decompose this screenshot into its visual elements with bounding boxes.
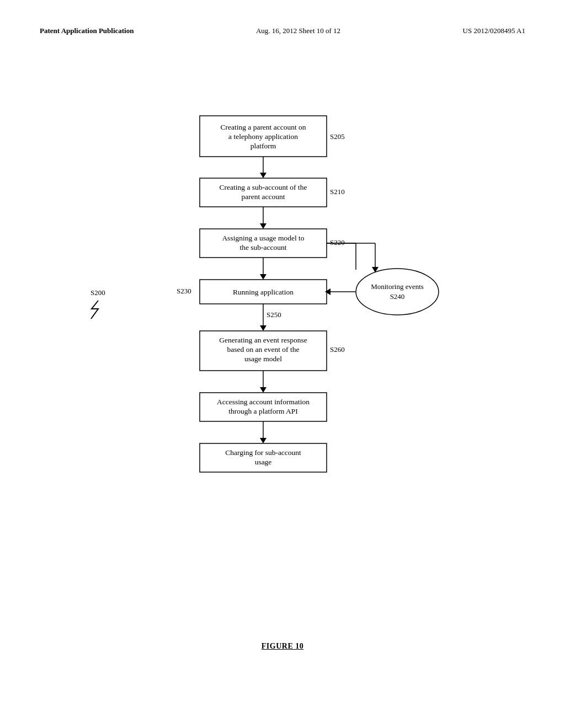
flowchart-svg: Creating a parent account on a telephony… [0,99,565,678]
svg-text:usage model: usage model [244,355,282,363]
svg-text:S250: S250 [266,311,281,319]
svg-text:Running application: Running application [233,288,294,296]
svg-text:S260: S260 [330,345,345,354]
svg-text:S230: S230 [177,287,191,295]
svg-text:Creating a parent account on: Creating a parent account on [220,123,306,131]
svg-marker-5 [260,173,266,178]
svg-text:Assigning a usage model to: Assigning a usage model to [222,234,304,242]
svg-text:parent account: parent account [241,192,285,201]
svg-text:Accessing account information: Accessing account information [217,398,310,406]
svg-text:S200: S200 [90,288,105,297]
svg-text:S240: S240 [390,292,405,301]
svg-marker-22 [260,325,266,331]
svg-text:the sub-account: the sub-account [239,243,286,251]
step-label-s205: S205 [330,132,345,141]
svg-text:S210: S210 [330,188,345,196]
header-date-sheet: Aug. 16, 2012 Sheet 10 of 12 [256,26,340,35]
svg-text:platform: platform [250,142,276,150]
page-header: Patent Application Publication Aug. 16, … [0,26,565,35]
svg-text:Charging for sub-account: Charging for sub-account [225,448,301,457]
svg-text:Generating an event response: Generating an event response [219,336,307,344]
svg-marker-30 [260,387,266,393]
svg-text:usage: usage [255,458,272,466]
svg-text:a telephony application: a telephony application [228,132,298,141]
svg-text:S220: S220 [330,238,345,247]
svg-text:Monitoring events: Monitoring events [371,282,424,291]
svg-point-39 [356,269,439,315]
svg-text:Creating a sub-account of the: Creating a sub-account of the [220,183,307,191]
svg-marker-17 [260,274,266,280]
page: Patent Application Publication Aug. 16, … [0,0,565,728]
header-publication: Patent Application Publication [40,26,134,35]
svg-text:through a platform API: through a platform API [228,407,298,415]
svg-marker-11 [260,223,266,229]
svg-text:based on an event of the: based on an event of the [227,345,300,354]
svg-marker-35 [260,438,266,443]
header-patent-number: US 2012/0208495 A1 [463,26,525,35]
figure-caption: FIGURE 10 [262,642,303,651]
